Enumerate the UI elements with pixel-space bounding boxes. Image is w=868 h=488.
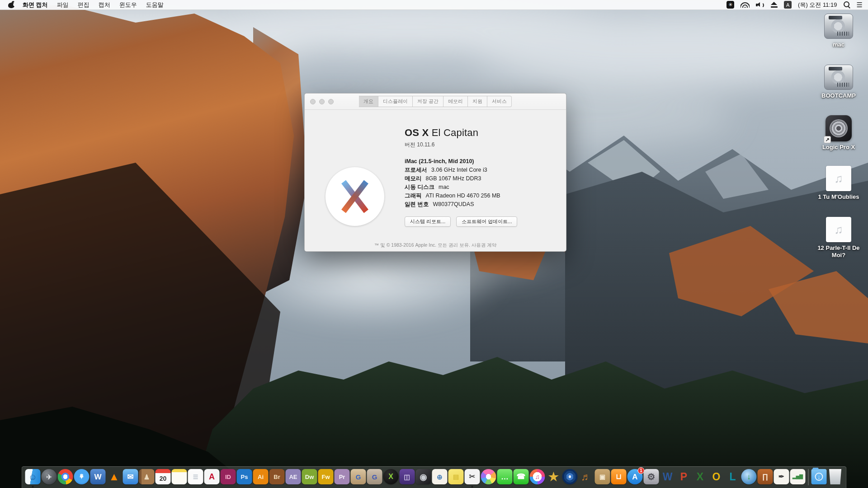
dock-powerpoint[interactable]: P: [676, 469, 692, 485]
zoom-button[interactable]: [328, 99, 334, 104]
system-report-button[interactable]: 시스템 리포트...: [405, 216, 451, 227]
dock-chrome[interactable]: [58, 469, 73, 485]
menu-edit[interactable]: 편집: [73, 1, 94, 9]
spec-row: 그래픽ATI Radeon HD 4670 256 MB: [405, 192, 559, 200]
volume-icon[interactable]: [756, 2, 764, 8]
dock-divider[interactable]: [807, 469, 811, 485]
dock-icon-tile: [58, 469, 73, 484]
dock-toast[interactable]: ◫: [400, 469, 415, 485]
fan-control-icon[interactable]: ✳: [726, 1, 734, 9]
korean-input-icon[interactable]: A: [784, 1, 792, 9]
dock-launchpad[interactable]: ✈: [42, 469, 57, 485]
menu-capture[interactable]: 캡처: [94, 1, 115, 9]
dock-garageband[interactable]: ♬: [579, 469, 594, 485]
dock-icon-tile: ♟: [139, 469, 155, 484]
dock-vlc[interactable]: ▲: [107, 469, 122, 485]
dock-photos[interactable]: [481, 469, 496, 485]
menu-app-screen-capture[interactable]: 화면 캡처: [18, 1, 52, 9]
dock-icon-tile: ☺: [25, 469, 41, 484]
disk-mac[interactable]: mac: [811, 14, 867, 48]
dock-icon-tile: Pr: [335, 469, 350, 484]
dock-icon-tile: Dw: [302, 469, 317, 484]
wifi-icon[interactable]: [741, 2, 750, 8]
tab-display[interactable]: 디스플레이: [378, 96, 413, 107]
dock-indesign[interactable]: ID: [221, 469, 236, 485]
disk-bootcamp[interactable]: BOOTCAMP: [811, 65, 867, 99]
dock-mail[interactable]: ✉: [123, 469, 138, 485]
tab-overview[interactable]: 개요: [359, 96, 378, 107]
dock-numbers[interactable]: ▂▅▇: [790, 469, 806, 485]
dock-screen-capture[interactable]: ✂: [465, 469, 480, 485]
alias-arrow-icon: ↗: [824, 136, 831, 143]
dock-fireworks[interactable]: Fw: [318, 469, 334, 485]
spec-row: 메모리8GB 1067 MHz DDR3: [405, 174, 559, 183]
tab-support[interactable]: 지원: [468, 96, 487, 107]
dock-photo-pinboard-app[interactable]: ▣: [595, 469, 610, 485]
audio-file-1-tu-m-oublies[interactable]: ♫ 1 Tu M'Oublies: [811, 166, 867, 201]
dock-reminders[interactable]: ☰: [188, 469, 203, 485]
spec-row: 시동 디스크mac: [405, 183, 559, 192]
apple-menu-icon[interactable]: [8, 1, 14, 8]
notification-center-icon[interactable]: ☰: [857, 1, 863, 9]
eject-icon[interactable]: [771, 2, 778, 8]
close-button[interactable]: [310, 99, 316, 104]
desktop-icons: mac BOOTCAMP ↗ Logic Pro X ♫ 1 Tu M'Oubl…: [811, 10, 867, 326]
desktop-icon: ♫: [826, 166, 851, 191]
dock-system-preferences[interactable]: ⚙: [644, 469, 659, 485]
dock-messages[interactable]: …: [497, 469, 513, 485]
tab-memory[interactable]: 메모리: [443, 96, 468, 107]
dock-premiere[interactable]: Pr: [335, 469, 350, 485]
dock-icon-tile: 20: [156, 469, 171, 484]
minimize-button[interactable]: [319, 99, 325, 104]
logic-pro-x-alias[interactable]: ↗ Logic Pro X: [811, 115, 867, 151]
menu-window[interactable]: 윈도우: [115, 1, 142, 9]
menubar-clock[interactable]: (목) 오전 11:19: [798, 1, 837, 9]
desktop-icon: ♫: [826, 217, 851, 242]
dock-trash[interactable]: [828, 469, 843, 485]
spotlight-icon[interactable]: [844, 1, 850, 8]
dock-bridge[interactable]: Br: [269, 469, 285, 485]
menu-help[interactable]: 도움말: [142, 1, 168, 9]
dock-safari[interactable]: ✦: [74, 469, 90, 485]
dock-ibooks[interactable]: ⊔: [611, 469, 627, 485]
dock-imovie[interactable]: ★: [546, 469, 561, 485]
dock-app-store[interactable]: A1: [627, 469, 643, 485]
tab-service[interactable]: 서비스: [487, 96, 512, 107]
dock-word[interactable]: W: [660, 469, 675, 485]
dock-downloads-folder[interactable]: ↓: [811, 469, 827, 485]
dock-after-effects[interactable]: AE: [286, 469, 301, 485]
menu-file[interactable]: 파일: [52, 1, 73, 9]
dock-illustrator[interactable]: Ai: [253, 469, 269, 485]
dock-photoshop[interactable]: Ps: [237, 469, 252, 485]
dock-icon-tile: ▣: [595, 469, 610, 484]
dock-archive-box-g-1[interactable]: G: [351, 469, 366, 485]
dock-itunes[interactable]: ♫: [530, 469, 545, 485]
dock-dreamweaver[interactable]: Dw: [302, 469, 317, 485]
software-update-button[interactable]: 소프트웨어 업데이트...: [456, 216, 517, 227]
os-title: OS X El Capitan: [405, 127, 559, 139]
dock-pages[interactable]: ✒: [774, 469, 789, 485]
dock-keynote[interactable]: ∏: [758, 469, 773, 485]
dock-contacts[interactable]: ♟: [139, 469, 155, 485]
dock-excel[interactable]: X: [693, 469, 708, 485]
dock-finder[interactable]: ☺: [25, 469, 41, 485]
dock-icon-tile: G: [367, 469, 382, 484]
dock-outlook[interactable]: O: [709, 469, 724, 485]
dock-globe-download-app[interactable]: ↓: [741, 469, 757, 485]
dock-quarkxpress[interactable]: X: [383, 469, 399, 485]
dock-icon-tile: [481, 469, 496, 484]
dock-icon-tile: ↓: [741, 469, 757, 484]
dock-logic-pro[interactable]: ◉: [416, 469, 431, 485]
dock-map-document-app[interactable]: ⊕: [432, 469, 448, 485]
dock-facetime[interactable]: ☎: [514, 469, 529, 485]
audio-file-12-parle-t-il-de-moi[interactable]: ♫ 12 Parle-T-Il De Moi?: [811, 217, 867, 258]
dock-notes[interactable]: [172, 469, 187, 485]
dock-archive-box-g-2[interactable]: G: [367, 469, 382, 485]
dock-stickies[interactable]: ▤: [448, 469, 464, 485]
dock-calendar[interactable]: 20: [156, 469, 171, 485]
dock-lync[interactable]: L: [725, 469, 741, 485]
tab-storage[interactable]: 저장 공간: [413, 96, 443, 107]
dock-w-globe-app[interactable]: W: [90, 469, 106, 485]
dock-acrobat[interactable]: A: [204, 469, 220, 485]
dock-idvd[interactable]: [562, 469, 578, 485]
